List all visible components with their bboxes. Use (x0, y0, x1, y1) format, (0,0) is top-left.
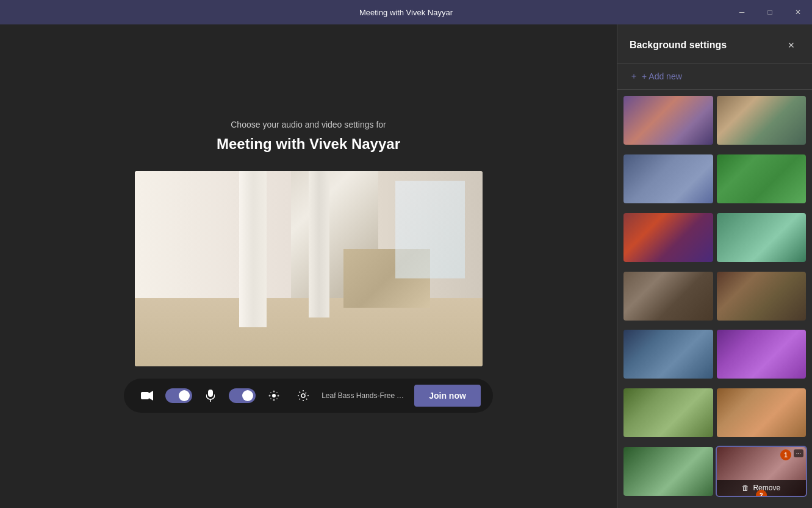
add-icon: ＋ (630, 71, 638, 82)
add-new-button[interactable]: ＋ + Add new (617, 64, 812, 90)
titlebar-controls: ─ □ ✕ (728, 0, 812, 24)
svg-point-7 (269, 395, 271, 397)
more-options-btn[interactable]: ··· (794, 449, 803, 457)
video-preview (135, 171, 483, 366)
controls-bar: Leaf Bass Hands-Free AG Au... Join now (124, 379, 493, 413)
svg-point-9 (270, 392, 271, 393)
join-button[interactable]: Join now (414, 385, 481, 407)
camera-icon[interactable] (136, 385, 158, 407)
room-column (239, 171, 267, 327)
bg-panel-header: Background settings ✕ (617, 24, 812, 64)
background-thumb-11[interactable] (623, 388, 713, 437)
minimize-button[interactable]: ─ (728, 0, 756, 24)
background-thumb-4[interactable] (717, 154, 807, 203)
mic-icon[interactable] (199, 385, 221, 407)
background-thumb-10[interactable] (717, 330, 807, 379)
svg-point-6 (273, 399, 275, 401)
close-panel-button[interactable]: ✕ (783, 37, 800, 54)
background-thumb-8[interactable] (717, 272, 807, 321)
background-thumb-14-selected[interactable]: ··· 1 🗑 Remove 2 (717, 447, 807, 496)
video-preview-bg (135, 171, 483, 366)
camera-toggle-knob (179, 390, 190, 401)
device-label: Leaf Bass Hands-Free AG Au... (322, 391, 407, 400)
trash-icon: 🗑 (742, 484, 749, 492)
bg-panel-title: Background settings (630, 40, 727, 51)
background-grid: ··· 1 🗑 Remove 2 (617, 90, 812, 508)
background-thumb-13[interactable] (623, 447, 713, 496)
svg-point-10 (276, 392, 278, 393)
svg-point-11 (270, 398, 271, 399)
meeting-title: Meeting with Vivek Nayyar (217, 136, 400, 153)
titlebar-title: Meeting with Vivek Nayyar (359, 8, 453, 17)
room-column2 (309, 171, 329, 318)
svg-point-8 (278, 395, 279, 397)
background-thumb-12[interactable] (717, 388, 807, 437)
audio-toggle[interactable] (229, 388, 256, 403)
camera-toggle[interactable] (165, 388, 192, 403)
background-thumb-2[interactable] (717, 96, 807, 145)
background-thumb-7[interactable] (623, 272, 713, 321)
background-panel: Background settings ✕ ＋ + Add new (617, 24, 812, 508)
close-button[interactable]: ✕ (784, 0, 812, 24)
background-thumb-6[interactable] (717, 213, 807, 262)
main-layout: Choose your audio and video settings for… (0, 24, 812, 508)
svg-rect-0 (141, 392, 149, 399)
titlebar: Meeting with Vivek Nayyar ─ □ ✕ (0, 0, 812, 24)
svg-point-12 (276, 398, 278, 399)
background-thumb-3[interactable] (623, 154, 713, 203)
effects-icon[interactable] (263, 385, 285, 407)
content-area: Choose your audio and video settings for… (0, 24, 617, 508)
svg-rect-2 (208, 390, 213, 397)
badge-1: 1 (780, 449, 791, 460)
background-thumb-5[interactable] (623, 213, 713, 262)
meeting-subtitle: Choose your audio and video settings for (231, 120, 386, 129)
svg-point-13 (301, 394, 305, 397)
background-thumb-9[interactable] (623, 330, 713, 379)
audio-toggle-knob (242, 390, 253, 401)
svg-point-4 (272, 394, 276, 397)
svg-point-5 (273, 391, 275, 393)
background-thumb-1[interactable] (623, 96, 713, 145)
settings-icon[interactable] (292, 385, 314, 407)
maximize-button[interactable]: □ (756, 0, 784, 24)
svg-marker-1 (149, 391, 153, 401)
room-window (395, 181, 465, 278)
add-new-label: + Add new (642, 71, 682, 81)
